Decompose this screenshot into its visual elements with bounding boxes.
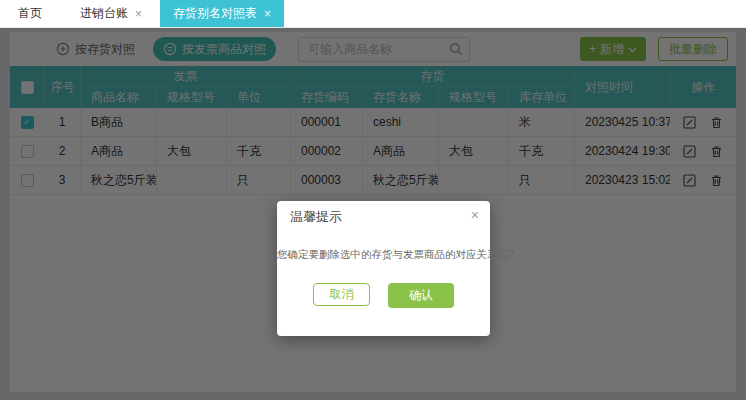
close-icon[interactable]: × — [264, 8, 271, 20]
close-icon[interactable]: × — [135, 8, 142, 20]
close-icon[interactable]: × — [471, 208, 479, 222]
dialog-message: 您确定要删除选中的存货与发票商品的对应关系吗? — [277, 248, 490, 262]
tab-label: 首页 — [18, 5, 42, 22]
dialog-buttons: 取消 确认 — [277, 283, 490, 308]
confirm-dialog: 温馨提示 × 您确定要删除选中的存货与发票商品的对应关系吗? 取消 确认 — [277, 201, 490, 336]
dialog-title: 温馨提示 — [277, 201, 490, 233]
tab-inventory-alias-table[interactable]: 存货别名对照表 × — [160, 0, 284, 27]
tab-label: 进销台账 — [80, 5, 128, 22]
tab-label: 存货别名对照表 — [173, 5, 257, 22]
tab-bar: 首页 进销台账 × 存货别名对照表 × — [0, 0, 746, 28]
app-window: 首页 进销台账 × 存货别名对照表 × 按存货对照 — [0, 0, 746, 400]
tab-purchase-sales-ledger[interactable]: 进销台账 × — [70, 0, 152, 27]
confirm-button[interactable]: 确认 — [388, 283, 454, 308]
tab-home[interactable]: 首页 — [8, 0, 52, 27]
cancel-button[interactable]: 取消 — [313, 283, 370, 306]
